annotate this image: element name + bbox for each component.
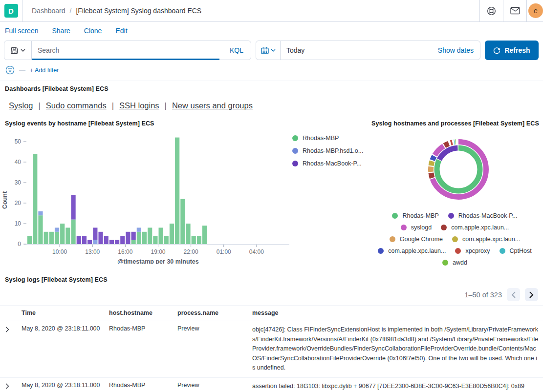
bar-segment[interactable] [148,227,152,244]
chevron-down-icon [271,49,276,52]
help-button[interactable] [479,0,503,21]
bar-segment[interactable] [104,236,109,244]
saved-query-menu-button[interactable] [4,41,32,60]
bar-segment[interactable] [170,224,174,244]
date-quick-menu-button[interactable] [256,41,281,60]
legend-item-rhodas-mbp[interactable]: Rhodas-MBP [392,212,438,219]
bar-chart-canvas: 0102030405010:0013:0016:0019:0022:0001:0… [0,128,299,264]
bar-segment[interactable] [153,236,157,244]
bar-segment[interactable] [38,215,43,244]
legend-item-com-apple-xpc-laun[interactable]: com.apple.xpc.laun... [378,248,446,254]
user-avatar: e [528,3,543,18]
logs-table-header-row: Time host.hostname process.name message [0,306,543,321]
expand-row-button[interactable] [0,377,18,392]
dashboard-link-ssh-logins[interactable]: SSH logins [119,101,159,110]
previous-page-button[interactable] [507,288,520,301]
page-title: [Filebeat System] Syslog dashboard ECS [76,7,201,15]
breadcrumb-dashboard[interactable]: Dashboard [32,7,65,15]
refresh-button[interactable]: Refresh [485,41,539,60]
add-filter-button[interactable]: + Add filter [30,67,59,74]
legend-item-cpthost[interactable]: CptHost [500,248,532,254]
show-dates-button[interactable]: Show dates [438,46,480,54]
newsfeed-button[interactable] [503,0,526,21]
query-language-toggle[interactable]: KQL [222,46,251,54]
user-menu-button[interactable]: e [526,0,543,21]
date-range-value[interactable]: Today [281,46,304,54]
bar-segment[interactable] [93,227,97,240]
legend-label: Rhodas-MBP.hsd1.o... [303,147,363,154]
bar-segment[interactable] [109,240,114,244]
bar-chart[interactable]: 0102030405010:0013:0016:0019:0022:0001:0… [0,128,299,266]
bar-segment[interactable] [142,232,147,244]
bar-segment[interactable] [175,138,179,244]
legend-item-xpcproxy[interactable]: xpcproxy [455,248,490,254]
kibana-logo-button[interactable]: D [0,0,22,21]
legend-label: CptHost [510,248,532,254]
bar-segment[interactable] [137,227,141,231]
bar-segment[interactable] [197,236,201,244]
bar-segment[interactable] [49,232,54,244]
edit-button[interactable]: Edit [115,27,127,35]
filter-icon [5,65,15,75]
bar-segment[interactable] [71,220,76,244]
legend-item-google-chrome[interactable]: Google Chrome [390,236,443,243]
bar-segment[interactable] [137,232,141,244]
bar-segment[interactable] [202,226,207,244]
bar-segment[interactable] [38,211,43,215]
next-page-button[interactable] [525,288,538,301]
column-header-process[interactable]: process.name [174,306,248,321]
bar-segment[interactable] [126,232,130,244]
bar-segment[interactable] [33,154,37,244]
legend-item-rhodas-macbook-p[interactable]: Rhodas-MacBook-P... [292,160,363,167]
legend-item-rhodas-mbp-hsd1-o[interactable]: Rhodas-MBP.hsd1.o... [292,147,363,154]
cell-message: objc[47426]: Class FIFinderSyncExtension… [248,321,543,378]
share-button[interactable]: Share [52,27,70,35]
donut-chart[interactable] [367,129,543,213]
bar-segment[interactable] [192,236,196,244]
bar-segment[interactable] [131,240,136,244]
bar-segment[interactable] [180,199,185,244]
dashboard-link-syslog[interactable]: Syslog [9,101,33,110]
pagination: 1–50 of 323 [0,283,543,305]
legend-item-awdd[interactable]: awdd [442,259,467,266]
bar-segment[interactable] [87,240,92,244]
bar-segment[interactable] [60,224,65,244]
column-header-host[interactable]: host.hostname [105,306,174,321]
bar-segment[interactable] [55,232,59,244]
bar-segment[interactable] [115,240,119,244]
clone-button[interactable]: Clone [84,27,102,35]
svg-text:50: 50 [15,138,22,145]
svg-text:40: 40 [15,159,22,165]
bar-segment[interactable] [186,224,190,244]
legend-item-rhodas-macbook-p[interactable]: Rhodas-MacBook-P... [448,212,518,219]
full-screen-button[interactable]: Full screen [5,27,38,35]
bar-segment[interactable] [93,240,97,244]
bar-segment[interactable] [159,227,163,244]
legend-item-syslogd[interactable]: syslogd [401,224,432,231]
bar-segment[interactable] [77,236,81,244]
expand-row-button[interactable] [0,321,18,378]
bar-segment[interactable] [98,232,103,244]
column-header-message[interactable]: message [248,306,543,321]
legend-item-com-apple-xpc-laun[interactable]: com.apple.xpc.laun... [452,236,520,243]
donut-legend-row: Rhodas-MBPRhodas-MacBook-P... [367,210,543,222]
bar-segment[interactable] [44,232,48,244]
bar-chart-title: Syslog events by hostname [Filebeat Syst… [0,116,364,127]
donut-slice-com-apple-xpc-laun[interactable] [424,135,493,204]
bar-segment[interactable] [65,227,70,244]
donut-slice-com-apple-xpc-laun[interactable] [423,134,494,205]
legend-item-rhodas-mbp[interactable]: Rhodas-MBP [292,135,363,142]
bar-segment[interactable] [82,236,87,244]
bar-segment[interactable] [55,227,59,231]
dashboard-link-sudo-commands[interactable]: Sudo commands [46,101,107,110]
bar-segment[interactable] [27,236,32,244]
search-input[interactable]: Search [32,46,222,54]
legend-item-com-apple-xpc-laun[interactable]: com.apple.xpc.laun... [441,224,509,231]
bar-segment[interactable] [71,195,76,219]
dashboard-link-new-users-and-groups[interactable]: New users and groups [172,101,253,110]
bar-segment[interactable] [120,236,125,244]
bar-segment[interactable] [131,232,136,240]
column-header-time[interactable]: Time [18,306,105,321]
bar-segment[interactable] [164,236,169,244]
legend-swatch [292,148,298,154]
